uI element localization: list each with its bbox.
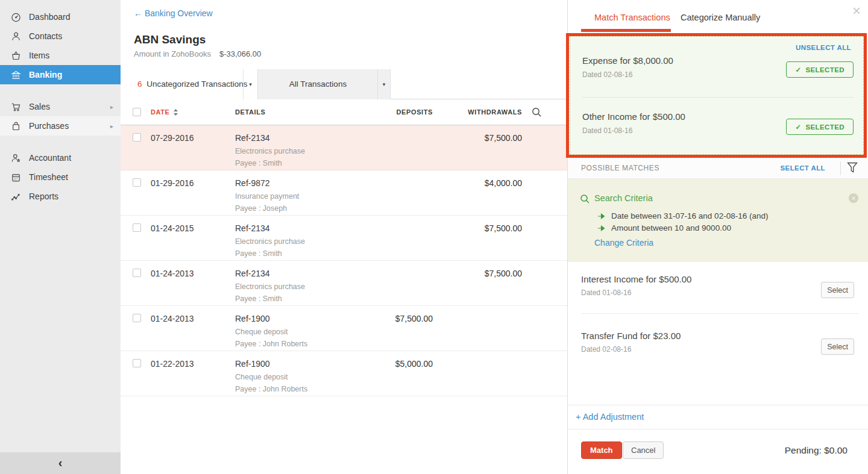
sidebar-item-dashboard[interactable]: Dashboard: [0, 7, 121, 27]
row-deposit: $5,000.00: [342, 351, 433, 396]
tab-all-transactions[interactable]: All Transactions ▾: [258, 69, 391, 99]
uncategorized-count: 6: [137, 80, 142, 89]
divider: [582, 97, 854, 98]
row-deposit: $7,500.00: [342, 306, 433, 351]
sidebar-item-label: Dashboard: [29, 12, 71, 22]
table-row[interactable]: 01-22-2013 Ref-1900 Cheque deposit Payee…: [121, 351, 567, 396]
sidebar-item-label: Items: [29, 51, 49, 60]
row-checkbox[interactable]: [133, 269, 141, 277]
amount-label: Amount in ZohoBooks: [134, 49, 211, 58]
arrow-right-icon: [598, 213, 605, 219]
divider: [568, 405, 868, 405]
sidebar: Dashboard Contacts Items Banking Sales ▸…: [0, 0, 121, 474]
filter-funnel-icon[interactable]: [847, 162, 858, 173]
row-checkbox[interactable]: [133, 314, 141, 322]
match-item-title: Transfer Fund for $23.00: [581, 331, 681, 341]
all-transactions-dropdown-caret[interactable]: ▾: [377, 69, 390, 99]
criteria-line: Date between 31-07-16 and 02-08-16 (and): [611, 211, 768, 220]
sidebar-item-sales[interactable]: Sales ▸: [0, 97, 121, 116]
row-payee: Payee : Smith: [235, 249, 342, 258]
back-link-banking-overview[interactable]: ← Banking Overview: [134, 8, 213, 18]
transactions-table: 07-29-2016 Ref-2134 Electronics purchase…: [121, 125, 567, 396]
table-row[interactable]: 07-29-2016 Ref-2134 Electronics purchase…: [121, 125, 567, 170]
row-reference: Ref-1900: [235, 314, 342, 323]
criteria-close-icon[interactable]: ×: [849, 193, 858, 203]
selected-button[interactable]: ✓ SELECTED: [786, 119, 854, 135]
sidebar-item-label: Reports: [29, 192, 58, 201]
table-row[interactable]: 01-29-2016 Ref-9872 Insurance payment Pa…: [121, 170, 567, 216]
sidebar-item-contacts[interactable]: Contacts: [0, 27, 121, 46]
row-withdrawal: $4,000.00: [433, 170, 522, 215]
check-icon: ✓: [795, 66, 801, 74]
active-tab-underline: [581, 29, 671, 32]
column-header-deposits: DEPOSITS: [342, 108, 433, 116]
row-checkbox[interactable]: [133, 133, 141, 142]
close-icon[interactable]: ×: [852, 2, 861, 19]
row-description: Insurance payment: [235, 192, 342, 201]
row-withdrawal: [433, 306, 522, 351]
cancel-button[interactable]: Cancel: [623, 441, 664, 459]
row-deposit: [342, 216, 433, 260]
row-deposit: [342, 125, 433, 170]
column-header-date[interactable]: DATE: [151, 108, 235, 116]
tab-categorize-manually[interactable]: Categorize Manually: [681, 13, 760, 22]
select-all-link[interactable]: SELECT ALL: [781, 164, 826, 172]
row-description: Electronics purchase: [235, 282, 342, 291]
row-withdrawal: $7,500.00: [433, 216, 522, 260]
selected-item-date: Dated 02-08-16: [582, 70, 632, 79]
sidebar-item-purchases[interactable]: Purchases ▸: [0, 116, 121, 136]
selected-button[interactable]: ✓ SELECTED: [786, 61, 854, 78]
sidebar-collapse-button[interactable]: ‹: [0, 452, 121, 474]
change-criteria-link[interactable]: Change Criteria: [594, 238, 653, 248]
table-row[interactable]: 01-24-2013 Ref-1900 Cheque deposit Payee…: [121, 306, 567, 351]
sidebar-item-timesheet[interactable]: Timesheet: [0, 167, 121, 187]
sidebar-item-label: Accountant: [29, 153, 71, 163]
banking-icon: [11, 70, 21, 80]
main-content: ← Banking Overview ABN Savings Amount in…: [121, 0, 567, 474]
row-reference: Ref-2134: [235, 223, 342, 233]
dashboard-icon: [11, 12, 21, 22]
search-criteria-box: Search Criteria × Date between 31-07-16 …: [568, 179, 868, 262]
sidebar-item-banking[interactable]: Banking: [0, 65, 121, 84]
arrow-right-icon: [598, 225, 605, 231]
row-deposit: [342, 261, 433, 305]
pending-amount: Pending: $0.00: [785, 445, 848, 456]
unselect-all-link[interactable]: UNSELECT ALL: [796, 44, 851, 51]
match-item-date: Dated 02-08-16: [581, 345, 631, 354]
reports-icon: [11, 192, 21, 202]
row-payee: Payee : Smith: [235, 295, 342, 303]
select-all-checkbox[interactable]: [133, 108, 141, 116]
row-checkbox[interactable]: [133, 359, 141, 367]
sidebar-item-accountant[interactable]: Accountant: [0, 148, 121, 167]
contacts-icon: [11, 31, 21, 42]
select-button[interactable]: Select: [821, 282, 854, 298]
transaction-filter-tabs: 6 Uncategorized Transactions ▾ All Trans…: [121, 69, 567, 99]
match-button[interactable]: Match: [581, 441, 622, 459]
row-date: 01-24-2015: [151, 216, 235, 260]
sidebar-item-label: Timesheet: [29, 172, 68, 182]
selected-item-title: Other Income for $500.00: [582, 111, 685, 122]
sidebar-item-reports[interactable]: Reports: [0, 187, 121, 206]
row-checkbox[interactable]: [133, 178, 141, 187]
sidebar-item-items[interactable]: Items: [0, 46, 121, 65]
sort-icon: [173, 109, 178, 116]
criteria-line: Amount between 10 and 9000.00: [611, 223, 731, 232]
table-row[interactable]: 01-24-2015 Ref-2134 Electronics purchase…: [121, 216, 567, 261]
row-reference: Ref-2134: [235, 133, 342, 143]
timesheet-icon: [11, 172, 21, 182]
caret-down-icon: ▾: [249, 81, 252, 87]
add-adjustment-link[interactable]: + Add Adjustment: [576, 412, 644, 422]
selected-item-title: Expense for $8,000.00: [582, 55, 673, 66]
table-row[interactable]: 01-24-2013 Ref-2134 Electronics purchase…: [121, 261, 567, 306]
tab-uncategorized-transactions[interactable]: 6 Uncategorized Transactions ▾: [121, 69, 258, 99]
row-checkbox[interactable]: [133, 223, 141, 232]
search-criteria-title: Search Criteria: [594, 193, 653, 203]
divider: [840, 161, 841, 175]
search-icon[interactable]: [532, 107, 542, 117]
tab-match-transactions[interactable]: Match Transactions: [594, 13, 670, 22]
column-header-withdrawals: WITHDRAWALS: [433, 108, 522, 116]
select-button[interactable]: Select: [821, 338, 854, 355]
row-reference: Ref-1900: [235, 359, 342, 369]
possible-matches-header: POSSIBLE MATCHES SELECT ALL: [568, 158, 868, 179]
uncategorized-dropdown-caret[interactable]: ▾: [243, 69, 257, 99]
